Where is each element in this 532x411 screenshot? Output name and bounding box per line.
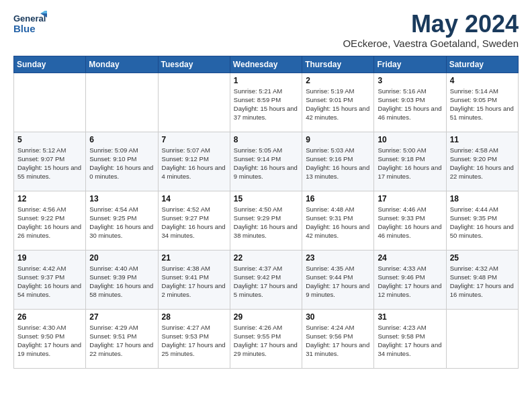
table-row: 11Sunrise: 4:58 AM Sunset: 9:20 PM Dayli… [446,132,518,191]
day-detail: Sunrise: 4:32 AM Sunset: 9:48 PM Dayligh… [450,264,515,300]
table-row: 8Sunrise: 5:05 AM Sunset: 9:14 PM Daylig… [230,132,302,191]
calendar-week-1: 1Sunrise: 5:21 AM Sunset: 8:59 PM Daylig… [14,73,519,132]
table-row: 5Sunrise: 5:12 AM Sunset: 9:07 PM Daylig… [14,132,86,191]
day-detail: Sunrise: 4:30 AM Sunset: 9:50 PM Dayligh… [17,323,82,359]
day-detail: Sunrise: 4:23 AM Sunset: 9:58 PM Dayligh… [378,323,442,359]
day-number: 15 [234,194,298,203]
day-number: 7 [162,135,226,144]
day-detail: Sunrise: 5:09 AM Sunset: 9:10 PM Dayligh… [89,146,154,181]
day-number: 5 [17,135,82,144]
day-number: 18 [450,194,515,203]
day-number: 26 [17,312,82,322]
day-number: 20 [89,253,154,263]
day-number: 9 [306,135,370,144]
day-number: 1 [234,76,298,85]
day-detail: Sunrise: 4:37 AM Sunset: 9:42 PM Dayligh… [234,264,298,300]
title-block: May 2024 OEckeroe, Vaestra Goetaland, Sw… [343,11,519,49]
day-number: 19 [17,253,82,263]
calendar-week-5: 26Sunrise: 4:30 AM Sunset: 9:50 PM Dayli… [14,309,519,368]
page: General Blue May 2024 OEckeroe, Vaestra … [0,0,532,379]
table-row: 24Sunrise: 4:33 AM Sunset: 9:46 PM Dayli… [374,250,446,309]
logo-svg: General Blue [13,11,47,40]
day-detail: Sunrise: 4:29 AM Sunset: 9:51 PM Dayligh… [89,323,154,359]
svg-text:General: General [13,13,46,24]
day-detail: Sunrise: 4:24 AM Sunset: 9:56 PM Dayligh… [306,323,370,359]
calendar-header-row: Sunday Monday Tuesday Wednesday Thursday… [14,56,519,73]
day-detail: Sunrise: 5:07 AM Sunset: 9:12 PM Dayligh… [162,146,226,181]
table-row: 20Sunrise: 4:40 AM Sunset: 9:39 PM Dayli… [86,250,158,309]
svg-marker-3 [40,11,47,13]
calendar-location: OEckeroe, Vaestra Goetaland, Sweden [343,38,519,49]
day-number: 28 [162,312,226,322]
table-row [14,73,86,132]
day-detail: Sunrise: 5:16 AM Sunset: 9:03 PM Dayligh… [378,87,442,122]
day-number: 21 [162,253,226,263]
table-row: 21Sunrise: 4:38 AM Sunset: 9:41 PM Dayli… [158,250,230,309]
calendar-week-2: 5Sunrise: 5:12 AM Sunset: 9:07 PM Daylig… [14,132,519,191]
day-number: 2 [306,76,370,85]
day-detail: Sunrise: 4:46 AM Sunset: 9:33 PM Dayligh… [378,205,442,240]
table-row [86,73,158,132]
day-number: 12 [17,194,82,203]
table-row: 31Sunrise: 4:23 AM Sunset: 9:58 PM Dayli… [374,309,446,368]
day-detail: Sunrise: 5:05 AM Sunset: 9:14 PM Dayligh… [234,146,298,181]
table-row: 18Sunrise: 4:44 AM Sunset: 9:35 PM Dayli… [446,191,518,250]
table-row: 13Sunrise: 4:54 AM Sunset: 9:25 PM Dayli… [86,191,158,250]
day-number: 27 [89,312,154,322]
day-number: 17 [378,194,442,203]
table-row: 19Sunrise: 4:42 AM Sunset: 9:37 PM Dayli… [14,250,86,309]
day-number: 29 [234,312,298,322]
table-row: 29Sunrise: 4:26 AM Sunset: 9:55 PM Dayli… [230,309,302,368]
calendar-week-4: 19Sunrise: 4:42 AM Sunset: 9:37 PM Dayli… [14,250,519,309]
table-row: 16Sunrise: 4:48 AM Sunset: 9:31 PM Dayli… [302,191,374,250]
day-number: 23 [306,253,370,263]
day-number: 31 [378,312,442,322]
day-detail: Sunrise: 4:54 AM Sunset: 9:25 PM Dayligh… [89,205,154,240]
day-detail: Sunrise: 4:27 AM Sunset: 9:53 PM Dayligh… [162,323,226,359]
day-detail: Sunrise: 4:42 AM Sunset: 9:37 PM Dayligh… [17,264,82,300]
day-number: 30 [306,312,370,322]
col-friday: Friday [374,56,446,73]
day-detail: Sunrise: 4:33 AM Sunset: 9:46 PM Dayligh… [378,264,442,300]
day-detail: Sunrise: 4:48 AM Sunset: 9:31 PM Dayligh… [306,205,370,240]
day-detail: Sunrise: 5:03 AM Sunset: 9:16 PM Dayligh… [306,146,370,181]
day-number: 8 [234,135,298,144]
calendar-week-3: 12Sunrise: 4:56 AM Sunset: 9:22 PM Dayli… [14,191,519,250]
day-number: 11 [450,135,515,144]
table-row: 23Sunrise: 4:35 AM Sunset: 9:44 PM Dayli… [302,250,374,309]
day-detail: Sunrise: 4:44 AM Sunset: 9:35 PM Dayligh… [450,205,515,240]
table-row: 10Sunrise: 5:00 AM Sunset: 9:18 PM Dayli… [374,132,446,191]
logo: General Blue [13,11,47,40]
day-detail: Sunrise: 5:21 AM Sunset: 8:59 PM Dayligh… [234,87,298,122]
table-row: 30Sunrise: 4:24 AM Sunset: 9:56 PM Dayli… [302,309,374,368]
day-detail: Sunrise: 5:00 AM Sunset: 9:18 PM Dayligh… [378,146,442,181]
col-saturday: Saturday [446,56,518,73]
table-row: 9Sunrise: 5:03 AM Sunset: 9:16 PM Daylig… [302,132,374,191]
day-number: 13 [89,194,154,203]
calendar-table: Sunday Monday Tuesday Wednesday Thursday… [13,56,519,369]
table-row: 17Sunrise: 4:46 AM Sunset: 9:33 PM Dayli… [374,191,446,250]
col-tuesday: Tuesday [158,56,230,73]
day-detail: Sunrise: 4:35 AM Sunset: 9:44 PM Dayligh… [306,264,370,300]
day-detail: Sunrise: 4:50 AM Sunset: 9:29 PM Dayligh… [234,205,298,240]
table-row: 26Sunrise: 4:30 AM Sunset: 9:50 PM Dayli… [14,309,86,368]
table-row: 27Sunrise: 4:29 AM Sunset: 9:51 PM Dayli… [86,309,158,368]
day-number: 22 [234,253,298,263]
day-detail: Sunrise: 5:12 AM Sunset: 9:07 PM Dayligh… [17,146,82,181]
table-row: 22Sunrise: 4:37 AM Sunset: 9:42 PM Dayli… [230,250,302,309]
day-number: 24 [378,253,442,263]
col-thursday: Thursday [302,56,374,73]
day-detail: Sunrise: 5:14 AM Sunset: 9:05 PM Dayligh… [450,87,515,122]
day-detail: Sunrise: 4:56 AM Sunset: 9:22 PM Dayligh… [17,205,82,240]
day-detail: Sunrise: 4:38 AM Sunset: 9:41 PM Dayligh… [162,264,226,300]
table-row: 3Sunrise: 5:16 AM Sunset: 9:03 PM Daylig… [374,73,446,132]
day-detail: Sunrise: 4:26 AM Sunset: 9:55 PM Dayligh… [234,323,298,359]
table-row: 2Sunrise: 5:19 AM Sunset: 9:01 PM Daylig… [302,73,374,132]
day-number: 4 [450,76,515,85]
table-row [446,309,518,368]
day-number: 16 [306,194,370,203]
day-number: 25 [450,253,515,263]
calendar-title: May 2024 [343,11,519,38]
header: General Blue May 2024 OEckeroe, Vaestra … [13,11,519,49]
day-number: 6 [89,135,154,144]
